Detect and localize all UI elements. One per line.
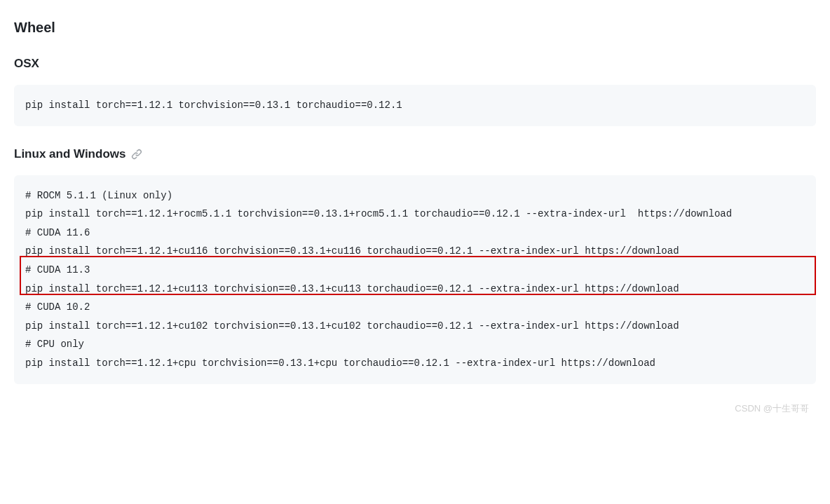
linux-windows-heading-text: Linux and Windows (14, 147, 125, 161)
linux-windows-code-wrapper: # ROCM 5.1.1 (Linux only)pip install tor… (14, 175, 816, 384)
code-line: # ROCM 5.1.1 (Linux only) (25, 186, 805, 205)
osx-heading: OSX (14, 57, 816, 71)
code-line: pip install torch==1.12.1+cpu torchvisio… (25, 354, 805, 373)
link-icon[interactable] (131, 149, 142, 160)
linux-windows-heading: Linux and Windows (14, 147, 816, 161)
wheel-heading: Wheel (14, 20, 816, 36)
linux-windows-code-block[interactable]: # ROCM 5.1.1 (Linux only)pip install tor… (14, 175, 816, 384)
code-line: pip install torch==1.12.1+cu113 torchvis… (25, 280, 805, 299)
code-line: pip install torch==1.12.1+rocm5.1.1 torc… (25, 205, 805, 224)
code-line: # CPU only (25, 335, 805, 354)
code-line: # CUDA 11.6 (25, 224, 805, 243)
code-line: pip install torch==1.12.1+cu116 torchvis… (25, 242, 805, 261)
watermark: CSDN @十生哥哥 (735, 402, 809, 415)
code-line: # CUDA 10.2 (25, 298, 805, 317)
osx-code-block[interactable]: pip install torch==1.12.1 torchvision==0… (14, 85, 816, 126)
code-line: pip install torch==1.12.1+cu102 torchvis… (25, 317, 805, 336)
osx-heading-text: OSX (14, 57, 39, 71)
code-line: # CUDA 11.3 (25, 261, 805, 280)
